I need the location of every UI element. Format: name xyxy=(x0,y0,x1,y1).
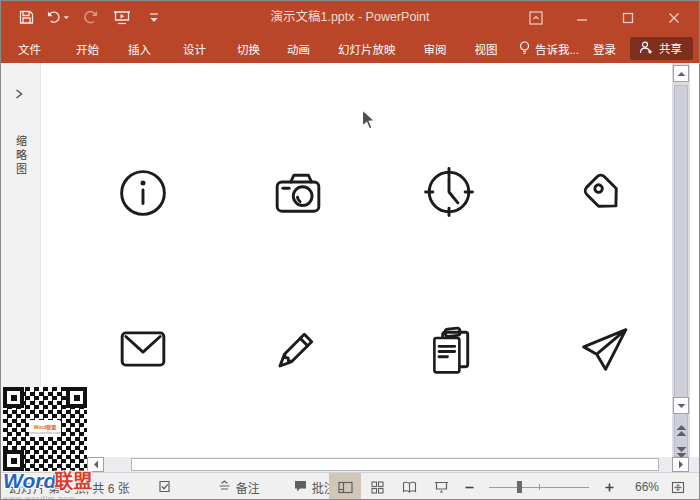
scroll-down-icon[interactable] xyxy=(673,397,689,414)
minimize-icon[interactable] xyxy=(559,1,605,34)
mail-icon[interactable] xyxy=(118,324,168,374)
qr-center-logo: Word联盟 www.wordlm.com xyxy=(29,420,61,437)
sign-in-button[interactable]: 登录 xyxy=(593,41,616,57)
status-bar: 幻灯片 第 6 张, 共 6 张 备注 批注 xyxy=(1,472,699,500)
window-controls xyxy=(513,1,697,34)
send-icon[interactable] xyxy=(579,325,629,375)
horizontal-scrollbar[interactable] xyxy=(41,457,700,472)
fit-slide-to-window-icon[interactable] xyxy=(665,473,691,500)
slideshow-from-start-icon[interactable] xyxy=(111,7,133,29)
zoom-slider-midpoint xyxy=(539,484,540,490)
thumbnail-pane-label: 缩略图 xyxy=(13,135,29,177)
copy-icon[interactable] xyxy=(425,325,475,375)
watermark-brand: Word联盟 www.wordlm.com xyxy=(3,471,92,500)
notes-button[interactable]: 备注 xyxy=(206,473,272,500)
person-plus-icon xyxy=(639,41,653,56)
comment-icon xyxy=(294,480,307,495)
reading-view-icon[interactable] xyxy=(393,473,425,500)
zoom-out-icon[interactable] xyxy=(457,473,481,500)
pencil-icon[interactable] xyxy=(269,327,319,377)
qr-finder-pattern xyxy=(66,387,87,408)
zoom-slider-thumb[interactable] xyxy=(517,481,522,493)
ribbon-tab-row: 文件 开始 插入 设计 切换 动画 幻灯片放映 审阅 视图 告诉我... 登录 … xyxy=(1,34,699,63)
tab-animations[interactable]: 动画 xyxy=(287,41,310,57)
previous-slide-icon[interactable] xyxy=(672,420,690,440)
title-bar: 演示文稿1.pptx - PowerPoint xyxy=(1,1,699,34)
zoom-slider[interactable] xyxy=(489,487,589,488)
notes-label: 备注 xyxy=(236,479,260,496)
redo-icon[interactable] xyxy=(79,7,101,29)
slideshow-view-icon[interactable] xyxy=(425,473,457,500)
ribbon-display-options-icon[interactable] xyxy=(513,1,559,34)
scroll-up-icon[interactable] xyxy=(673,65,689,82)
qr-finder-pattern xyxy=(3,450,24,471)
tag-icon[interactable] xyxy=(578,168,628,218)
scroll-right-icon[interactable] xyxy=(672,457,689,472)
ribbon-right-cluster: 告诉我... 登录 共享 xyxy=(519,34,693,63)
close-icon[interactable] xyxy=(651,1,697,34)
tell-me-box[interactable]: 告诉我... xyxy=(519,41,579,57)
tab-insert[interactable]: 插入 xyxy=(128,41,151,57)
mouse-cursor xyxy=(361,109,377,135)
zoom-in-icon[interactable] xyxy=(597,473,621,500)
qr-finder-pattern xyxy=(3,387,24,408)
ribbon-tabs: 文件 开始 插入 设计 切换 动画 幻灯片放映 审阅 视图 xyxy=(1,34,498,63)
tab-slideshow[interactable]: 幻灯片放映 xyxy=(338,41,396,57)
slide-canvas[interactable] xyxy=(42,63,672,457)
quick-access-toolbar xyxy=(15,1,165,34)
undo-icon[interactable] xyxy=(47,7,69,29)
clock-icon[interactable] xyxy=(424,167,474,217)
camera-icon[interactable] xyxy=(273,169,323,219)
chevron-right-icon[interactable] xyxy=(13,87,25,105)
maximize-icon[interactable] xyxy=(605,1,651,34)
tab-file[interactable]: 文件 xyxy=(18,41,41,57)
info-icon[interactable] xyxy=(118,168,168,218)
zoom-percentage[interactable]: 66% xyxy=(625,480,659,494)
slide-sorter-icon[interactable] xyxy=(361,473,393,500)
tab-view[interactable]: 视图 xyxy=(475,41,498,57)
notes-icon xyxy=(218,480,231,495)
qr-code-watermark: Word联盟 www.wordlm.com xyxy=(3,387,87,471)
lightbulb-icon xyxy=(519,41,530,57)
spellcheck-book-icon[interactable] xyxy=(146,473,184,500)
tell-me-label: 告诉我... xyxy=(535,41,579,57)
customize-quick-access-icon[interactable] xyxy=(143,7,165,29)
tab-transitions[interactable]: 切换 xyxy=(237,41,260,57)
powerpoint-window: 演示文稿1.pptx - PowerPoint 文件 开始 插入 设计 切换 动… xyxy=(0,0,700,500)
tab-home[interactable]: 开始 xyxy=(76,41,99,57)
scroll-left-icon[interactable] xyxy=(87,457,104,472)
tab-design[interactable]: 设计 xyxy=(183,41,206,57)
tab-review[interactable]: 审阅 xyxy=(424,41,447,57)
share-button[interactable]: 共享 xyxy=(630,37,693,60)
normal-view-icon[interactable] xyxy=(329,473,361,500)
vertical-scrollbar[interactable] xyxy=(672,63,690,472)
share-label: 共享 xyxy=(659,40,682,56)
save-icon[interactable] xyxy=(15,7,37,29)
horizontal-scrollbar-thumb[interactable] xyxy=(131,458,659,471)
